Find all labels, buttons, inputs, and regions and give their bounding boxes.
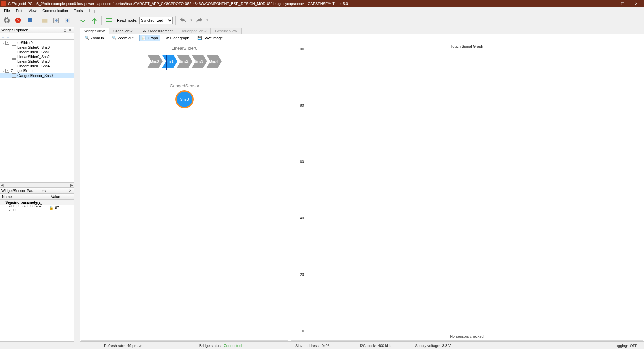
align-button[interactable]: [104, 16, 114, 25]
checkbox[interactable]: ✓: [5, 41, 9, 45]
params-title: Widget/Sensor Parameters: [1, 189, 46, 193]
col-value: Value: [49, 194, 62, 199]
supply-label: Supply voltage:: [415, 344, 440, 348]
ytick: 60: [300, 160, 304, 164]
tab-touchpad-view: Touchpad View: [177, 28, 211, 34]
redo-button[interactable]: [195, 16, 204, 25]
save-down-button[interactable]: [51, 16, 61, 25]
tab-graph-view[interactable]: Graph View: [109, 28, 137, 34]
slave-value: 0x08: [322, 344, 330, 348]
menu-view[interactable]: View: [26, 8, 39, 13]
checkbox[interactable]: [12, 45, 16, 49]
readmode-select[interactable]: Synchronized: [139, 17, 173, 24]
ganged-sensor-sns0[interactable]: Sns0: [175, 90, 194, 108]
supply-value: 3.3 V: [442, 344, 451, 348]
checkbox[interactable]: [12, 55, 16, 59]
save-image-button[interactable]: 💾Save image: [195, 35, 225, 41]
checkbox[interactable]: [12, 59, 16, 63]
params-float-icon[interactable]: ◻: [62, 188, 67, 193]
upload-arrow-button[interactable]: [89, 16, 99, 25]
titlebar: C:/Project/LPCap3_2/mtb-example-psoc6-lo…: [0, 0, 644, 7]
checkbox[interactable]: [12, 50, 16, 54]
checkbox[interactable]: [12, 73, 16, 78]
checkbox[interactable]: [12, 64, 16, 68]
slider-touch-indicator: [166, 55, 167, 70]
ytick: 40: [300, 216, 304, 220]
stop-connection-button[interactable]: [13, 16, 23, 25]
tree-sensor[interactable]: LinearSlider0_Sns4: [0, 64, 74, 68]
slider-sensor-sns1[interactable]: Sns1: [162, 53, 177, 70]
tree-sensor[interactable]: LinearSlider0_Sns3: [0, 59, 74, 64]
explorer-float-icon[interactable]: ◻: [62, 28, 67, 32]
minimize-button[interactable]: ─: [602, 0, 616, 7]
explorer-header: Widget Explorer ◻ ✕: [0, 27, 74, 33]
close-button[interactable]: ✕: [629, 0, 643, 7]
checkbox[interactable]: ✓: [5, 69, 9, 73]
tree-widget[interactable]: ⌄✓GangedSensor: [0, 68, 74, 73]
undo-button[interactable]: [178, 16, 188, 25]
record-stop-button[interactable]: [25, 16, 34, 25]
window-title: C:/Project/LPCap3_2/mtb-example-psoc6-lo…: [8, 2, 602, 6]
redo-dropdown-icon[interactable]: ▼: [206, 19, 209, 22]
save-icon: 💾: [197, 36, 202, 40]
clear-graph-button[interactable]: ▱Clear graph: [164, 35, 192, 41]
collapse-tree-icon[interactable]: ⊟: [1, 34, 4, 38]
graph-title: Touch Signal Graph: [291, 43, 643, 48]
linear-slider[interactable]: Sns0Sns1Sns2Sns3Sns4: [147, 53, 222, 70]
refresh-value: 49 pkts/s: [127, 344, 142, 348]
explorer-close-icon[interactable]: ✕: [68, 28, 72, 32]
menu-tools[interactable]: Tools: [71, 8, 86, 13]
view-tabs: Widget ViewGraph ViewSNR MeasurementTouc…: [80, 27, 644, 34]
tree-sensor[interactable]: GangedSensor_Sns0: [0, 73, 74, 78]
params-close-icon[interactable]: ✕: [68, 188, 72, 193]
ytick: 100: [298, 47, 304, 51]
main-toolbar: Read mode: Synchronized ▼ ▼: [0, 14, 644, 27]
open-button[interactable]: [40, 16, 49, 25]
explorer-toolbar: ⊟ ⊞: [0, 33, 74, 40]
save-up-button[interactable]: [63, 16, 72, 25]
tab-widget-view[interactable]: Widget View: [80, 28, 109, 34]
slave-label: Slave address:: [295, 344, 320, 348]
tab-snr-measurement[interactable]: SNR Measurement: [137, 28, 177, 34]
download-arrow-button[interactable]: [78, 16, 87, 25]
statusbar: Refresh rate: 49 pkts/s Bridge status: C…: [0, 342, 644, 349]
slider-sensor-sns0[interactable]: Sns0: [147, 53, 163, 70]
graph-toggle-button[interactable]: 📊Graph: [139, 35, 160, 41]
ytick: 0: [302, 329, 304, 333]
slider-sensor-sns4[interactable]: Sns4: [206, 53, 222, 70]
explorer-title: Widget Explorer: [1, 28, 28, 32]
slider-sensor-sns2[interactable]: Sns2: [177, 53, 192, 70]
menubar: File Edit View Communication Tools Help: [0, 7, 644, 14]
undo-dropdown-icon[interactable]: ▼: [190, 19, 193, 22]
menu-edit[interactable]: Edit: [13, 8, 25, 13]
param-value: 67: [54, 206, 59, 210]
twisty-icon[interactable]: ⌄: [1, 41, 5, 44]
log-value: OFF: [630, 344, 637, 348]
menu-file[interactable]: File: [1, 8, 13, 13]
svg-text:Sns2: Sns2: [180, 59, 188, 63]
slider-sensor-sns3[interactable]: Sns3: [192, 53, 207, 70]
menu-communication[interactable]: Communication: [40, 8, 70, 13]
zoom-out-button[interactable]: 🔍Zoom out: [110, 35, 136, 41]
tree-sensor[interactable]: LinearSlider0_Sns1: [0, 50, 74, 54]
eraser-icon: ▱: [166, 36, 169, 40]
maximize-button[interactable]: ❐: [616, 0, 629, 7]
twisty-icon[interactable]: ⌄: [1, 69, 5, 72]
tree-sensor[interactable]: LinearSlider0_Sns2: [0, 54, 74, 59]
zoom-out-icon: 🔍: [112, 36, 117, 40]
i2c-value: 400 kHz: [378, 344, 391, 348]
svg-rect-7: [106, 21, 112, 22]
tree-sensor[interactable]: LinearSlider0_Sns0: [0, 45, 74, 50]
menu-help[interactable]: Help: [86, 8, 99, 13]
ytick: 20: [300, 272, 304, 277]
graph-plot-area[interactable]: [305, 49, 640, 331]
zoom-in-icon: 🔍: [85, 36, 89, 40]
zoom-in-button[interactable]: 🔍Zoom in: [82, 35, 106, 41]
tree-widget[interactable]: ⌄✓LinearSlider0: [0, 40, 74, 45]
widget-tree[interactable]: ⌄✓LinearSlider0LinearSlider0_Sns0LinearS…: [0, 40, 74, 182]
tree-scroll[interactable]: ◀▶: [0, 182, 74, 188]
slider-title: LinearSlider0: [172, 46, 198, 51]
settings-button[interactable]: [2, 16, 11, 25]
expand-tree-icon[interactable]: ⊞: [6, 34, 9, 38]
param-row[interactable]: Compensation IDAC value 🔒 67: [0, 205, 74, 210]
